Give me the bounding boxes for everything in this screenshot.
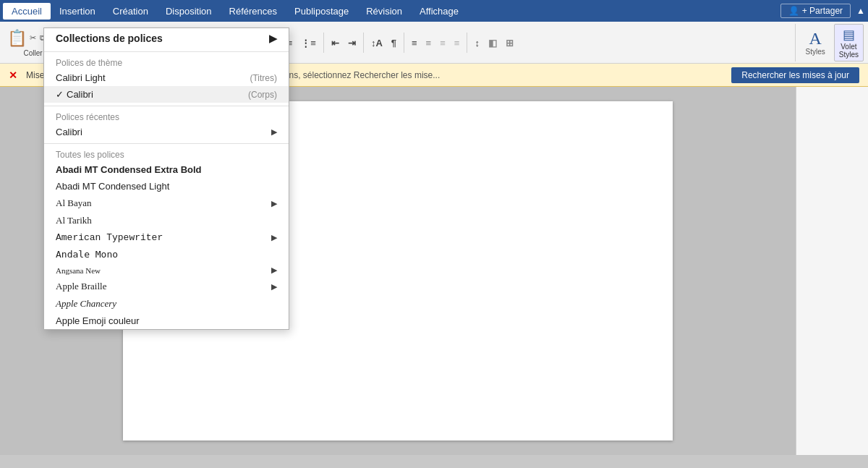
shading-icon[interactable]: ◧ (485, 36, 501, 50)
menu-item-affichage[interactable]: Affichage (411, 3, 467, 20)
divider-3 (44, 143, 289, 144)
styles-label: Styles (806, 48, 825, 56)
font-item-american-typewriter[interactable]: American Typewriter ▶ (44, 229, 289, 246)
font-item-andale-mono[interactable]: Andale Mono (44, 246, 289, 263)
volet-icon: ▤ (843, 27, 855, 43)
separator-5 (467, 33, 467, 53)
styles-section: A Styles ▤ Volet Styles (795, 24, 864, 61)
font-name-apple-emoji: Apple Emoji couleur (56, 315, 277, 326)
recent-section-label: Polices récentes (44, 109, 289, 124)
multilevel-list-icon[interactable]: ⋮≡ (297, 36, 320, 50)
collections-item[interactable]: Collections de polices ▶ (44, 28, 289, 48)
al-bayan-arrow: ▶ (271, 199, 277, 208)
styles-button[interactable]: A Styles (801, 28, 830, 57)
font-item-angsana-new[interactable]: Angsana New ▶ (44, 263, 289, 278)
app-window: AccueilInsertionCréationDispositionRéfér… (0, 0, 868, 455)
cut-icon[interactable]: ✂ (28, 33, 38, 43)
angsana-new-arrow: ▶ (271, 265, 277, 275)
font-name-andale-mono: Andale Mono (56, 249, 277, 260)
apple-braille-arrow: ▶ (271, 282, 277, 292)
font-name-al-tarikh: Al Tarikh (56, 215, 277, 226)
font-item-abadi-bold[interactable]: Abadi MT Condensed Extra Bold (44, 161, 289, 178)
volet-styles-button[interactable]: ▤ Volet Styles (834, 24, 864, 61)
update-close-button[interactable]: ✕ (9, 69, 17, 81)
share-button[interactable]: 👤 + Partager (780, 4, 851, 18)
calibri-check: ✓ (56, 89, 64, 100)
font-item-apple-chancery[interactable]: Apple Chancery (44, 295, 289, 312)
font-tag-calibri: (Corps) (248, 90, 277, 100)
menu-item-disposition[interactable]: Disposition (157, 3, 221, 20)
menu-item-publipostage[interactable]: Publipostage (286, 3, 357, 20)
font-name-angsana-new: Angsana New (56, 266, 271, 275)
separator-3 (363, 33, 364, 53)
font-item-abadi-light[interactable]: Abadi MT Condensed Light (44, 178, 289, 195)
decrease-indent-icon[interactable]: ⇤ (328, 36, 343, 50)
share-icon: 👤 (788, 6, 799, 16)
increase-indent-icon[interactable]: ⇥ (344, 36, 359, 50)
menu-item-revision[interactable]: Révision (357, 3, 411, 20)
collapse-icon[interactable]: ▲ (856, 6, 865, 16)
separator-4 (404, 33, 404, 53)
align-right-icon[interactable]: ≡ (436, 36, 449, 50)
share-label: + Partager (802, 6, 843, 16)
paste-icon[interactable]: 📋 (7, 29, 27, 48)
menu-item-creation[interactable]: Création (104, 3, 157, 20)
font-name-calibri-recent: Calibri (56, 127, 271, 137)
divider-2 (44, 106, 289, 106)
font-item-calibri-recent[interactable]: Calibri ▶ (44, 124, 289, 140)
paragraph-icon[interactable]: ¶ (388, 36, 400, 50)
menu-items: AccueilInsertionCréationDispositionRéfér… (3, 3, 467, 20)
update-action-button[interactable]: Rechercher les mises à jour (731, 67, 859, 83)
font-name-calibri-light: Calibri Light (56, 72, 250, 83)
border-icon[interactable]: ⊞ (502, 36, 517, 50)
collections-label: Collections de polices (56, 33, 163, 44)
volet-label: Volet (841, 43, 856, 51)
font-tag-calibri-light: (Titres) (250, 73, 277, 83)
menu-item-references[interactable]: Références (221, 3, 286, 20)
font-name-apple-braille: Apple Braille (56, 281, 271, 292)
font-name-al-bayan: Al Bayan (56, 197, 271, 209)
font-item-al-bayan[interactable]: Al Bayan ▶ (44, 195, 289, 212)
font-name-apple-chancery: Apple Chancery (56, 298, 277, 310)
sort-icon[interactable]: ↕A (367, 36, 386, 50)
paste-label: Coller (23, 49, 42, 57)
font-dropdown: Collections de polices ▶ Polices de thèm… (43, 27, 289, 330)
menu-item-accueil[interactable]: Accueil (3, 3, 51, 20)
font-name-calibri: Calibri (67, 89, 248, 100)
styles-a-icon: A (809, 30, 821, 47)
collections-arrow: ▶ (269, 33, 277, 44)
separator-2 (323, 33, 324, 53)
menu-bar: AccueilInsertionCréationDispositionRéfér… (0, 0, 868, 22)
font-item-apple-braille[interactable]: Apple Braille ▶ (44, 278, 289, 295)
theme-section-label: Polices de thème (44, 55, 289, 69)
line-spacing-icon[interactable]: ↕ (471, 36, 483, 50)
font-item-al-tarikh[interactable]: Al Tarikh (44, 212, 289, 229)
font-item-calibri[interactable]: ✓ Calibri (Corps) (44, 86, 289, 103)
calibri-recent-arrow: ▶ (271, 127, 277, 137)
divider-1 (44, 51, 289, 52)
justify-icon[interactable]: ≡ (451, 36, 464, 50)
font-name-american-typewriter: American Typewriter (56, 232, 271, 243)
font-item-apple-emoji[interactable]: Apple Emoji couleur (44, 312, 289, 329)
font-name-abadi-bold: Abadi MT Condensed Extra Bold (56, 164, 277, 175)
volet-label2: Styles (839, 51, 859, 59)
right-panel (796, 87, 868, 455)
all-section-label: Toutes les polices (44, 147, 289, 161)
menu-item-insertion[interactable]: Insertion (51, 3, 104, 20)
font-item-calibri-light[interactable]: Calibri Light (Titres) (44, 69, 289, 86)
align-center-icon[interactable]: ≡ (422, 36, 435, 50)
align-left-icon[interactable]: ≡ (408, 36, 421, 50)
american-typewriter-arrow: ▶ (271, 233, 277, 242)
menu-right: 👤 + Partager ▲ (780, 4, 865, 18)
font-name-abadi-light: Abadi MT Condensed Light (56, 181, 277, 192)
